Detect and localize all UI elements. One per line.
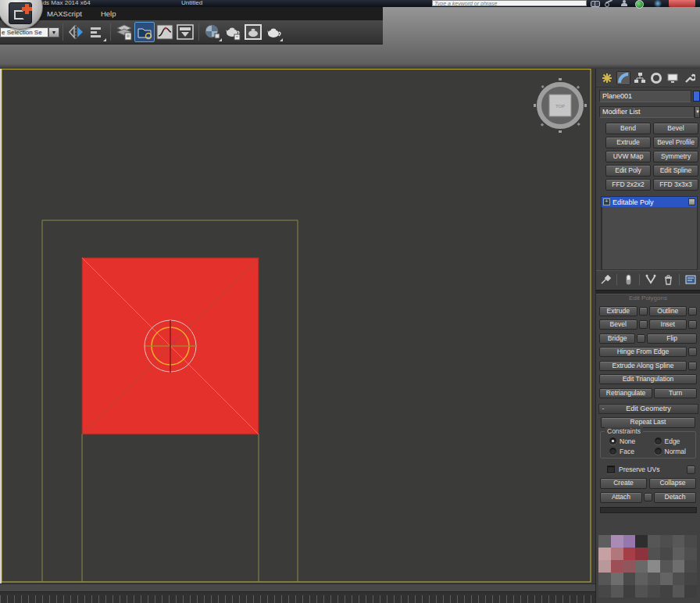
tab-hierarchy[interactable] <box>633 71 647 85</box>
modifier-button-edit-poly[interactable]: Edit Poly <box>605 165 651 177</box>
rollout-collapse-icon[interactable]: - <box>599 405 607 412</box>
infocenter-search-input[interactable] <box>432 0 587 6</box>
modifier-list-dropdown[interactable]: Modifier List <box>599 106 695 118</box>
stack-item-editable-poly[interactable]: Editable Poly <box>602 197 697 207</box>
mosaic-cell <box>684 548 697 560</box>
named-selection-sets-arrow[interactable]: ▼ <box>48 27 59 37</box>
inset-settings-box[interactable] <box>688 320 697 329</box>
extrude-settings-box[interactable] <box>639 307 648 316</box>
preserve-uvs-checkbox[interactable] <box>607 466 615 473</box>
modifier-button-extrude[interactable]: Extrude <box>605 137 651 148</box>
inset-button[interactable]: Inset <box>649 319 688 330</box>
align-button[interactable] <box>87 22 107 42</box>
sign-in-key-icon[interactable] <box>605 0 614 6</box>
attach-settings-box[interactable] <box>644 493 652 501</box>
rendered-frame-window-button[interactable] <box>243 22 263 42</box>
search-binoculars-icon[interactable] <box>591 0 600 6</box>
render-setup-button[interactable] <box>223 22 243 42</box>
bridge-button[interactable]: Bridge <box>599 334 635 344</box>
outline-button[interactable]: Outline <box>649 306 688 316</box>
rotate-gizmo[interactable]: z <box>145 320 196 373</box>
modifier-button-bevel-profile[interactable]: Bevel Profile <box>653 137 698 148</box>
bevel-button[interactable]: Bevel <box>599 319 638 330</box>
modifier-button-bend[interactable]: Bend <box>605 123 651 134</box>
mosaic-cell <box>660 585 673 598</box>
menu-maxscript[interactable]: MAXScript <box>38 9 91 18</box>
collapse-button[interactable]: Collapse <box>649 478 696 489</box>
retriangulate-button[interactable]: Retriangulate <box>599 388 652 398</box>
mosaic-cell <box>684 585 697 598</box>
stack-visibility-icon[interactable] <box>688 198 695 205</box>
mosaic-cell <box>673 560 685 573</box>
mosaic-cell <box>623 548 636 560</box>
mosaic-cell <box>673 573 685 585</box>
scene-explorer-button[interactable] <box>134 22 155 42</box>
modifier-stack[interactable]: Editable Poly <box>601 196 698 270</box>
tab-display[interactable] <box>666 71 680 85</box>
minimize-button[interactable] <box>653 0 662 7</box>
attach-button[interactable]: Attach <box>600 492 642 503</box>
remove-modifier-button[interactable] <box>659 273 677 287</box>
configure-modifier-sets-button[interactable] <box>682 273 699 287</box>
mosaic-cell <box>684 573 697 585</box>
show-end-result-button[interactable] <box>620 273 637 287</box>
object-color-swatch[interactable] <box>693 91 700 102</box>
modifier-button-edit-spline[interactable]: Edit Spline <box>653 165 698 177</box>
outline-settings-box[interactable] <box>688 307 697 316</box>
tab-create[interactable] <box>600 71 614 85</box>
menu-help[interactable]: Help <box>91 9 126 18</box>
stack-expand-icon[interactable] <box>603 198 610 205</box>
hierarchy-icon <box>634 72 646 84</box>
material-editor-button[interactable] <box>202 22 223 42</box>
curve-editor-button[interactable] <box>155 22 175 42</box>
extrude-button[interactable]: Extrude <box>599 306 638 316</box>
account-person-icon[interactable] <box>620 0 630 6</box>
turn-button[interactable]: Turn <box>654 388 697 398</box>
curve-editor-icon <box>155 23 174 41</box>
object-name-field[interactable]: Plane001 <box>599 90 691 102</box>
timeline-track-bar[interactable] <box>0 591 595 603</box>
create-button[interactable]: Create <box>600 478 647 489</box>
modifier-button-bevel[interactable]: Bevel <box>653 123 698 134</box>
layer-manager-button[interactable] <box>114 22 134 42</box>
tab-utilities[interactable] <box>682 71 696 85</box>
modifier-button-symmetry[interactable]: Symmetry <box>653 151 698 162</box>
constraint-radio-normal[interactable]: Normal <box>648 448 694 455</box>
rollout-edit-polygons-header[interactable]: Edit Polygons <box>596 294 700 302</box>
modifier-button-ffd-2x2x2[interactable]: FFD 2x2x2 <box>605 179 651 191</box>
tab-modify[interactable] <box>616 71 630 85</box>
viewport-top[interactable]: z TOP <box>0 69 595 603</box>
mirror-button[interactable] <box>66 22 87 42</box>
close-button[interactable] <box>669 0 695 7</box>
modifier-button-uvw-map[interactable]: UVW Map <box>605 151 651 162</box>
constraint-radio-edge[interactable]: Edge <box>648 437 694 445</box>
schematic-view-button[interactable] <box>175 22 195 42</box>
render-production-button[interactable] <box>263 22 284 42</box>
constraints-label: Constraints <box>605 427 643 435</box>
constraint-radio-none[interactable]: None <box>603 437 648 445</box>
flip-button[interactable]: Flip <box>647 334 697 344</box>
pin-stack-button[interactable] <box>597 273 614 287</box>
preserve-uvs-settings-box[interactable] <box>687 466 695 474</box>
radio-dot <box>609 448 616 455</box>
rollout-edit-geometry-header[interactable]: - Edit Geometry <box>598 404 698 414</box>
mosaic-cell <box>673 548 685 560</box>
tab-motion[interactable] <box>649 71 663 85</box>
modifier-list-arrow[interactable]: ▼ <box>695 106 700 118</box>
bridge-settings-box[interactable] <box>637 334 645 343</box>
hinge-from-edge-settings-box[interactable] <box>688 348 697 356</box>
bevel-settings-box[interactable] <box>639 320 648 329</box>
modifier-button-ffd-3x3x3[interactable]: FFD 3x3x3 <box>653 179 698 191</box>
detach-button[interactable]: Detach <box>654 492 696 503</box>
viewcube[interactable]: TOP <box>534 78 587 133</box>
title-bar: sk 3ds Max 2014 x64 Untitled <box>0 0 700 7</box>
infocenter-globe-icon[interactable] <box>635 0 643 7</box>
hinge-from-edge-button[interactable]: Hinge From Edge <box>599 347 687 357</box>
constraint-radio-face[interactable]: Face <box>603 448 648 455</box>
repeat-last-button[interactable]: Repeat Last <box>601 417 695 428</box>
make-unique-button[interactable] <box>642 273 659 287</box>
censored-mosaic <box>598 535 697 598</box>
extrude-along-spline-settings-box[interactable] <box>688 362 697 370</box>
extrude-along-spline-button[interactable]: Extrude Along Spline <box>599 361 687 371</box>
edit-triangulation-button[interactable]: Edit Triangulation <box>599 374 697 384</box>
